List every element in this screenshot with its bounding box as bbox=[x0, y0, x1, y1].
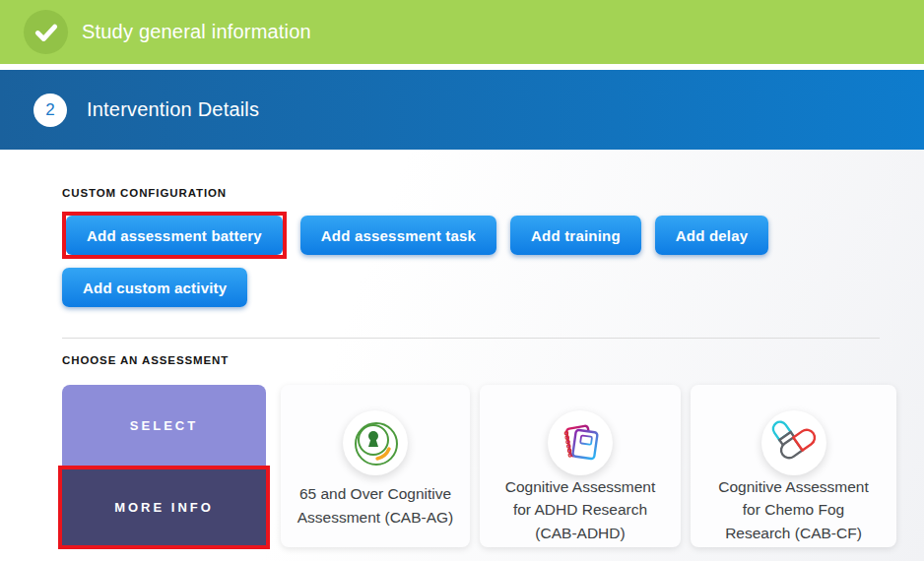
section-divider bbox=[62, 338, 880, 339]
current-step-title: Intervention Details bbox=[87, 98, 259, 121]
custom-configuration-heading: CUSTOM CONFIGURATION bbox=[62, 187, 924, 199]
assessment-card-cab-adhd[interactable]: Cognitive Assessment for ADHD Research (… bbox=[480, 385, 681, 547]
more-info-button[interactable]: MORE INFO bbox=[58, 466, 270, 549]
notebooks-icon bbox=[548, 410, 613, 475]
assessment-cards-row: SELECT MORE INFO 65 and Over Cognitive A… bbox=[62, 385, 924, 547]
annotation-highlight-box: Add assessment battery bbox=[62, 212, 287, 259]
custom-configuration-buttons-row-2: Add custom activity bbox=[62, 268, 924, 307]
add-custom-activity-button[interactable]: Add custom activity bbox=[62, 268, 247, 307]
current-step-banner[interactable]: 2 Intervention Details bbox=[0, 70, 924, 150]
keyhole-rings-icon bbox=[343, 410, 408, 475]
assessment-card-cab-ag[interactable]: 65 and Over Cognitive Assessment (CAB-AG… bbox=[281, 385, 470, 547]
assessment-card-cab-cf[interactable]: Cognitive Assessment for Chemo Fog Resea… bbox=[691, 385, 896, 547]
add-assessment-task-button[interactable]: Add assessment task bbox=[300, 216, 496, 255]
assessment-card-title: 65 and Over Cognitive Assessment (CAB-AG… bbox=[286, 475, 465, 535]
add-delay-button[interactable]: Add delay bbox=[655, 216, 768, 255]
add-training-button[interactable]: Add training bbox=[510, 216, 641, 255]
assessment-card-title: Cognitive Assessment for Chemo Fog Resea… bbox=[714, 475, 874, 544]
assessment-card-title: Cognitive Assessment for ADHD Research (… bbox=[497, 475, 663, 544]
step-number-badge: 2 bbox=[33, 94, 67, 127]
select-button[interactable]: SELECT bbox=[62, 385, 266, 466]
completed-step-banner[interactable]: Study general information bbox=[0, 0, 924, 64]
choose-assessment-heading: CHOOSE AN ASSESSMENT bbox=[62, 354, 924, 366]
add-assessment-battery-button[interactable]: Add assessment battery bbox=[66, 216, 283, 255]
custom-configuration-buttons-row-1: Add assessment battery Add assessment ta… bbox=[62, 212, 924, 259]
assessment-card-selected-overlay: SELECT MORE INFO bbox=[62, 385, 266, 547]
checkmark-icon bbox=[24, 10, 68, 54]
intervention-details-panel: CUSTOM CONFIGURATION Add assessment batt… bbox=[0, 150, 924, 561]
completed-step-title: Study general information bbox=[82, 21, 311, 43]
pills-icon bbox=[761, 410, 826, 475]
